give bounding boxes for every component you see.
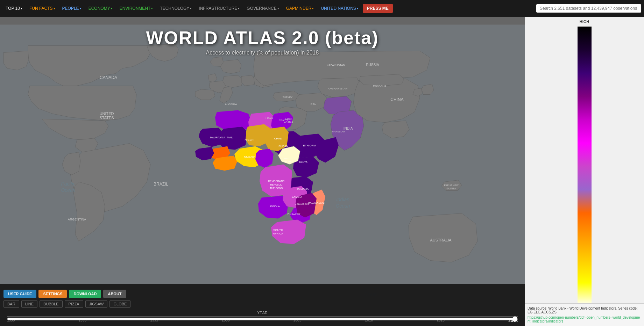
timeline-row: YEAR 1530 1990 1995 2000 2005 2010 2015 … — [0, 310, 525, 326]
country-germany[interactable] — [223, 75, 243, 88]
label-mali: MALI — [227, 136, 234, 139]
label-mozambique: MOZAMBIQUE — [295, 203, 309, 205]
chart-globe-button[interactable]: GLOBE — [109, 300, 130, 308]
chart-jigsaw-button[interactable]: JIGSAW — [85, 300, 108, 308]
search-input[interactable] — [536, 4, 641, 13]
nav-technology[interactable]: TECHNOLOGY ▾ — [157, 5, 194, 12]
nav-gapminder[interactable]: GAPMINDER ▾ — [283, 5, 317, 12]
button-row: USER GUIDE SETTINGS DOWNLOAD ABOUT — [0, 287, 525, 299]
label-algeria: ALGERIA — [225, 103, 237, 106]
bottom-controls: USER GUIDE SETTINGS DOWNLOAD ABOUT BAR L… — [0, 284, 525, 326]
nav-economy[interactable]: ECONOMY ▾ — [86, 5, 115, 12]
timeline-line[interactable] — [7, 316, 518, 317]
label-zambia: ZAMBIA — [292, 195, 302, 198]
label-angola: ANGOLA — [269, 205, 280, 208]
label-png2: GUINEA — [447, 187, 456, 190]
label-usa2: STATES — [99, 116, 114, 120]
data-source-panel: Data source: World Bank - World Developm… — [525, 303, 644, 326]
label-saudi: SAUDI — [285, 118, 292, 120]
chart-type-row: BAR LINE BUBBLE PIZZA JIGSAW GLOBE — [0, 299, 525, 310]
label-argentina: ARGENTINA — [68, 218, 86, 221]
economy-arrow: ▾ — [111, 7, 113, 10]
environment-arrow: ▾ — [151, 7, 153, 10]
pacific-ocean-label: Pacific — [61, 181, 75, 187]
nav-environment[interactable]: ENVIRONMENT ▾ — [117, 5, 156, 12]
label-drc3: THE CONG — [270, 187, 283, 189]
label-pakistan: PAKISTAN — [332, 130, 346, 133]
chart-line-button[interactable]: LINE — [21, 300, 37, 308]
label-mauritania: MAURITANIA — [210, 136, 225, 139]
timeline-container — [3, 316, 521, 317]
label-usa: UNITED — [100, 111, 114, 116]
indian-ocean-label: Indian — [336, 197, 349, 202]
label-brazil: BRAZIL — [154, 182, 168, 187]
label-madagascar: MADAGASCAR — [308, 202, 325, 204]
label-mongolia: MONGOLIA — [373, 85, 386, 87]
country-alaska[interactable] — [3, 51, 29, 70]
label-canada: CANADA — [100, 75, 117, 80]
technology-arrow: ▾ — [190, 7, 192, 10]
label-south-africa2: AFRICA — [273, 232, 283, 235]
world-map-svg: Pacific Ocean Indian Ocean Southern Ocea… — [0, 17, 525, 326]
label-sudan: SUDAN — [278, 145, 288, 148]
governance-arrow: ▾ — [277, 7, 279, 10]
label-chad: CHAD — [274, 137, 282, 140]
user-guide-button[interactable]: USER GUIDE — [3, 290, 36, 298]
label-drc: DEMOCRATIC — [268, 180, 285, 182]
about-button[interactable]: ABOUT — [103, 290, 126, 298]
pacific-ocean-label2: Ocean — [61, 187, 75, 193]
nav-fun-facts[interactable]: FUN FACTS ▾ — [27, 5, 58, 12]
nav-people[interactable]: PEOPLE ▾ — [59, 5, 84, 12]
chart-bubble-button[interactable]: BUBBLE — [40, 300, 62, 308]
year-label: YEAR — [257, 311, 268, 315]
top10-arrow: ▾ — [21, 7, 22, 10]
scale-high-label: HIGH — [580, 17, 589, 27]
label-south-sudan2: SUDAN — [284, 160, 291, 162]
un-arrow: ▾ — [357, 7, 359, 10]
label-turkey: TURKEY — [283, 96, 293, 99]
label-png: PAPUA NEW — [444, 184, 458, 187]
press-me-button[interactable]: PRESS ME — [363, 4, 393, 13]
download-button[interactable]: DOWNLOAD — [69, 290, 101, 298]
navbar: TOP 10 ▾ FUN FACTS ▾ PEOPLE ▾ ECONOMY ▾ … — [0, 0, 644, 17]
label-kenya: KENYA — [299, 161, 307, 163]
map-container: Pacific Ocean Indian Ocean Southern Ocea… — [0, 17, 525, 326]
label-kazakhstan: KAZAKHSTAN — [327, 64, 345, 67]
people-arrow: ▾ — [80, 7, 82, 10]
label-ethiopia: ETHIOPIA — [303, 144, 316, 147]
color-scale-sidebar: HIGH — [525, 17, 644, 326]
year-slider[interactable] — [7, 316, 518, 322]
label-south-africa: SOUTH — [273, 229, 283, 232]
label-tanzania: TANZANIA — [297, 188, 309, 190]
label-australia: AUSTRALIA — [430, 238, 452, 242]
chart-pizza-button[interactable]: PIZZA — [65, 300, 83, 308]
chart-bar-button[interactable]: BAR — [3, 300, 19, 308]
infrastructure-arrow: ▾ — [238, 7, 240, 10]
country-scandinavia[interactable] — [220, 60, 241, 74]
data-source-text: Data source: World Bank - World Developm… — [528, 306, 641, 314]
scale-gradient — [578, 27, 592, 306]
nav-top10[interactable]: TOP 10 ▾ — [3, 5, 25, 12]
label-russia: RUSSIA — [366, 63, 379, 67]
label-nigeria: NIGERIA — [244, 155, 256, 158]
nav-un[interactable]: UNITED NATIONS ▾ — [318, 5, 361, 12]
label-afg: AFGHANISTAN — [328, 87, 348, 90]
fun-facts-arrow: ▾ — [54, 7, 55, 10]
label-south-sudan: SOUTH — [284, 158, 291, 160]
label-china: CHINA — [390, 97, 403, 102]
label-niger: NIGER — [245, 138, 254, 142]
country-mongolia[interactable] — [360, 74, 404, 86]
label-zimbabwe: ZIMBABWE — [287, 213, 300, 216]
nav-infrastructure[interactable]: INFRASTRUCTURE ▾ — [196, 5, 242, 12]
gapminder-arrow: ▾ — [312, 7, 314, 10]
label-libya: LIBYA — [266, 117, 274, 120]
indian-ocean-label2: Ocean — [335, 203, 350, 209]
nav-governance[interactable]: GOVERNANCE ▾ — [244, 5, 282, 12]
data-source-link[interactable]: https://github.com/open-numbers/ddf--ope… — [528, 316, 640, 323]
label-drc2: REPUBLIC — [270, 183, 282, 186]
label-iran: IRAN — [310, 103, 316, 106]
settings-button[interactable]: SETTINGS — [38, 290, 67, 298]
label-saudi2: ARABIA — [284, 121, 293, 123]
